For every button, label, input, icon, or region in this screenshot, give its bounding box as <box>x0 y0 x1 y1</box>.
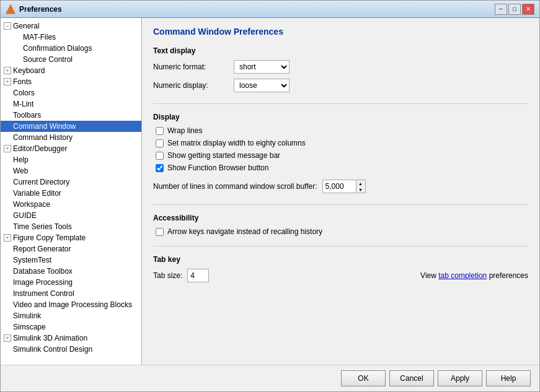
close-button[interactable]: ✕ <box>522 4 534 15</box>
tree-panel: General MAT-Files Confirmation Dialogs S… <box>1 18 142 365</box>
tree-label-database-toolbox: Database Toolbox <box>13 267 73 276</box>
tree-item-help[interactable]: Help <box>1 154 141 165</box>
help-button[interactable]: Help <box>486 370 531 386</box>
preferences-label: preferences <box>489 271 528 280</box>
numeric-format-row: Numeric format: short long short e long … <box>153 60 528 74</box>
divider-3 <box>153 246 528 246</box>
tree-label-current-directory: Current Directory <box>13 178 69 186</box>
function-browser-checkbox[interactable] <box>156 164 164 172</box>
expand-icon-confirmation-dialogs <box>13 44 22 53</box>
tree-label-simulink: Simulink <box>13 311 41 320</box>
cancel-button[interactable]: Cancel <box>389 370 434 386</box>
expand-icon-figure-copy-template <box>3 233 12 242</box>
tree-item-mat-files[interactable]: MAT-Files <box>1 32 141 43</box>
expand-icon-variable-editor <box>3 189 12 198</box>
right-panel: Command Window Preferences Text display … <box>142 18 539 365</box>
expand-icon-time-series-tools <box>3 222 12 231</box>
tree-item-current-directory[interactable]: Current Directory <box>1 176 141 188</box>
tree-label-command-history: Command History <box>13 133 73 142</box>
tree-item-m-lint[interactable]: M-Lint <box>1 98 141 110</box>
minimize-button[interactable]: − <box>495 4 507 15</box>
maximize-button[interactable]: □ <box>508 4 521 15</box>
title-bar-buttons: − □ ✕ <box>495 4 534 15</box>
expand-icon-fonts <box>3 77 12 86</box>
tree-item-colors[interactable]: Colors <box>1 87 141 98</box>
tree-item-editor-debugger[interactable]: Editor/Debugger <box>1 143 141 154</box>
expand-icon-video-image-processing <box>3 300 12 309</box>
numeric-display-row: Numeric display: loose compact <box>153 79 528 92</box>
expand-icon-database-toolbox <box>3 267 12 276</box>
getting-started-checkbox[interactable] <box>156 152 164 160</box>
tree-label-help: Help <box>13 155 29 164</box>
tree-item-simulink-control-design[interactable]: Simulink Control Design <box>1 344 141 355</box>
tab-key-header: Tab key <box>153 255 528 264</box>
tree-item-simscape[interactable]: Simscape <box>1 321 141 333</box>
tab-completion-link[interactable]: tab completion <box>438 271 487 280</box>
tree-label-simulink-control-design: Simulink Control Design <box>13 345 92 354</box>
expand-icon-simulink-3d-animation <box>3 334 12 342</box>
arrow-keys-checkbox[interactable] <box>156 228 164 236</box>
spin-arrows: ▲ ▼ <box>356 180 366 193</box>
tree-item-figure-copy-template[interactable]: Figure Copy Template <box>1 232 141 243</box>
wrap-lines-checkbox[interactable] <box>156 127 164 135</box>
tree-item-web[interactable]: Web <box>1 165 141 176</box>
tree-item-video-image-processing[interactable]: Video and Image Processing Blocks <box>1 299 141 310</box>
tree-item-general[interactable]: General <box>1 20 141 32</box>
tree-item-simulink[interactable]: Simulink <box>1 310 141 321</box>
expand-icon-general <box>3 22 12 30</box>
tree-item-confirmation-dialogs[interactable]: Confirmation Dialogs <box>1 43 141 54</box>
tree-item-workspace[interactable]: Workspace <box>1 199 141 210</box>
numeric-display-select[interactable]: loose compact <box>234 79 290 92</box>
tree-label-confirmation-dialogs: Confirmation Dialogs <box>23 44 92 53</box>
expand-icon-keyboard <box>3 66 12 75</box>
display-header: Display <box>153 113 528 121</box>
expand-icon-help <box>3 155 12 164</box>
tree-item-command-history[interactable]: Command History <box>1 132 141 143</box>
tree-label-variable-editor: Variable Editor <box>13 189 61 198</box>
tree-item-source-control[interactable]: Source Control <box>1 54 141 65</box>
tree-item-keyboard[interactable]: Keyboard <box>1 65 141 76</box>
tree-item-time-series-tools[interactable]: Time Series Tools <box>1 221 141 232</box>
matrix-width-checkbox[interactable] <box>156 139 164 147</box>
tree-item-database-toolbox[interactable]: Database Toolbox <box>1 266 141 277</box>
tree-label-m-lint: M-Lint <box>13 100 33 108</box>
tree-label-fonts: Fonts <box>13 77 32 86</box>
expand-icon-colors <box>3 89 12 97</box>
wrap-lines-label: Wrap lines <box>167 126 202 135</box>
tree-label-instrument-control: Instrument Control <box>13 289 74 298</box>
numeric-format-select[interactable]: short long short e long e bank hex rat <box>234 60 290 74</box>
tree-item-toolbars[interactable]: Toolbars <box>1 110 141 121</box>
tab-size-input[interactable] <box>187 269 209 282</box>
scroll-buffer-input[interactable] <box>322 180 356 193</box>
tree-item-fonts[interactable]: Fonts <box>1 76 141 87</box>
bottom-bar: OK Cancel Apply Help <box>1 365 539 391</box>
expand-icon-instrument-control <box>3 289 12 298</box>
tree-label-simscape: Simscape <box>13 323 46 331</box>
tree-item-guide[interactable]: GUIDE <box>1 210 141 221</box>
tree-item-instrument-control[interactable]: Instrument Control <box>1 288 141 299</box>
spin-up-button[interactable]: ▲ <box>356 180 365 186</box>
tree-label-web: Web <box>13 167 28 175</box>
divider-1 <box>153 103 528 104</box>
view-label: View <box>420 271 436 280</box>
expand-icon-simulink <box>3 311 12 320</box>
tree-item-command-window[interactable]: Command Window <box>1 121 141 132</box>
numeric-display-label: Numeric display: <box>153 81 234 90</box>
tree-item-report-generator[interactable]: Report Generator <box>1 243 141 255</box>
tree-item-variable-editor[interactable]: Variable Editor <box>1 188 141 199</box>
divider-2 <box>153 204 528 205</box>
getting-started-label: Show getting started message bar <box>167 151 280 160</box>
tree-label-general: General <box>13 22 40 30</box>
tree-item-systemtest[interactable]: SystemTest <box>1 255 141 266</box>
function-browser-row: Show Function Browser button <box>153 163 528 172</box>
tree-item-image-processing[interactable]: Image Processing <box>1 277 141 288</box>
spin-down-button[interactable]: ▼ <box>356 186 365 193</box>
tree-label-guide: GUIDE <box>13 211 37 220</box>
apply-button[interactable]: Apply <box>438 370 482 386</box>
tree-item-simulink-3d-animation[interactable]: Simulink 3D Animation <box>1 333 141 344</box>
ok-button[interactable]: OK <box>341 370 386 386</box>
tree-label-workspace: Workspace <box>13 200 50 209</box>
expand-icon-guide <box>3 211 12 220</box>
tree-label-video-image-processing: Video and Image Processing Blocks <box>13 300 132 309</box>
tab-size-label: Tab size: <box>153 271 182 280</box>
